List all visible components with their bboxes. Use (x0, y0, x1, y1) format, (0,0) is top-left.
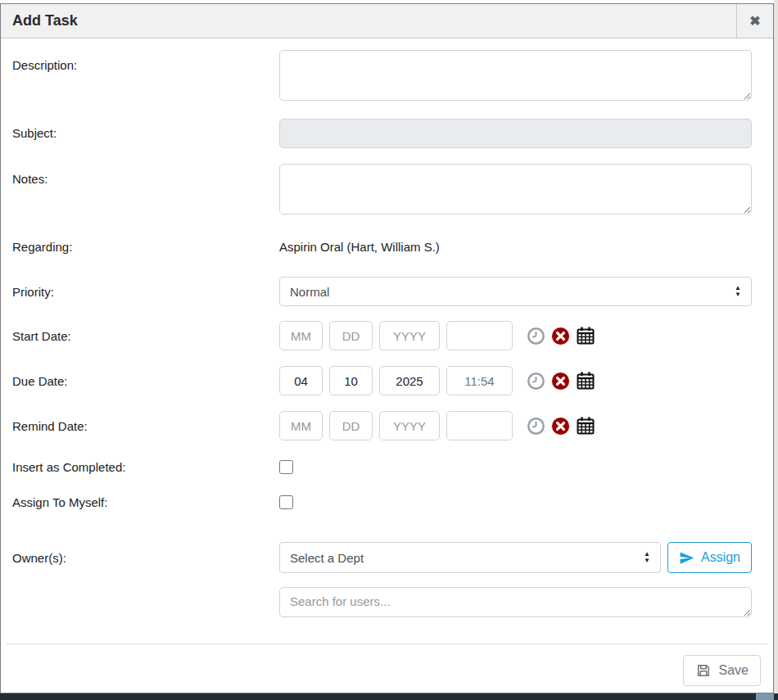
subject-label: Subject: (12, 119, 279, 148)
clock-icon (527, 417, 545, 436)
due-date-time-input[interactable] (446, 366, 513, 395)
description-label: Description: (12, 50, 279, 104)
subject-row: Subject: (1, 119, 773, 148)
close-button[interactable]: ✖ (736, 4, 773, 38)
start-date-day-input[interactable] (329, 321, 373, 350)
due-date-time-picker-button[interactable] (527, 372, 545, 391)
assign-myself-row: Assign To Myself: (1, 495, 773, 509)
notes-row: Notes: (1, 164, 773, 218)
dialog-header: Add Task ✖ (1, 4, 773, 38)
start-date-month-input[interactable] (279, 321, 323, 350)
user-search-input[interactable] (279, 587, 752, 617)
assign-myself-label: Assign To Myself: (12, 495, 279, 509)
dialog-footer: Save (7, 644, 767, 693)
description-row: Description: (1, 50, 773, 104)
page-background: Add Task ✖ Description: Subject: (0, 0, 778, 700)
start-date-year-input[interactable] (379, 321, 440, 350)
dialog-title: Add Task (1, 12, 78, 29)
remind-date-time-input[interactable] (446, 411, 513, 440)
due-date-calendar-button[interactable] (576, 371, 595, 391)
department-selected-value: Select a Dept (290, 551, 364, 565)
insert-completed-checkbox[interactable] (279, 460, 293, 474)
add-task-dialog: Add Task ✖ Description: Subject: (0, 3, 774, 693)
assign-button[interactable]: Assign (667, 542, 752, 573)
due-date-clear-button[interactable] (551, 372, 570, 391)
dialog-body: Description: Subject: Notes: (1, 38, 773, 644)
remind-date-label: Remind Date: (12, 419, 279, 433)
regarding-row: Regarding: Aspirin Oral (Hart, William S… (1, 240, 773, 254)
remind-date-row: Remind Date: (1, 411, 773, 440)
department-select[interactable]: Select a Dept (279, 542, 661, 573)
clear-icon (551, 417, 570, 436)
insert-completed-row: Insert as Completed: (1, 460, 773, 474)
user-search-row (1, 587, 773, 621)
subject-input (279, 119, 752, 148)
remind-date-day-input[interactable] (329, 411, 373, 440)
start-date-time-picker-button[interactable] (527, 327, 545, 345)
page-right-edge (774, 0, 778, 700)
assign-myself-checkbox[interactable] (279, 495, 293, 509)
priority-label: Priority: (12, 285, 279, 299)
due-date-month-input[interactable] (279, 366, 323, 395)
save-button[interactable]: Save (683, 655, 761, 686)
regarding-value: Aspirin Oral (Hart, William S.) (279, 240, 440, 254)
due-date-label: Due Date: (12, 374, 279, 388)
start-date-clear-button[interactable] (551, 327, 570, 345)
remind-date-clear-button[interactable] (551, 417, 570, 436)
calendar-icon (576, 416, 595, 436)
send-icon (679, 550, 694, 566)
owners-row: Owner(s): Select a Dept Assign (1, 542, 773, 573)
notes-label: Notes: (12, 164, 279, 218)
start-date-calendar-button[interactable] (576, 326, 595, 345)
save-button-label: Save (719, 663, 749, 678)
start-date-time-input[interactable] (446, 321, 513, 350)
due-date-year-input[interactable] (379, 366, 440, 395)
calendar-icon (576, 371, 595, 391)
priority-row: Priority: Normal (1, 277, 773, 306)
save-icon (695, 662, 712, 679)
user-search-spacer (12, 587, 279, 621)
clear-icon (551, 372, 570, 391)
regarding-label: Regarding: (12, 240, 279, 254)
close-icon: ✖ (749, 13, 760, 29)
remind-date-year-input[interactable] (379, 411, 440, 440)
description-input[interactable] (279, 50, 752, 101)
remind-date-month-input[interactable] (279, 411, 323, 440)
priority-selected-value: Normal (290, 285, 329, 299)
remind-date-time-picker-button[interactable] (527, 417, 545, 436)
owners-label: Owner(s): (12, 551, 279, 565)
calendar-icon (576, 326, 595, 345)
notes-input[interactable] (279, 164, 752, 215)
start-date-row: Start Date: (1, 321, 773, 350)
due-date-row: Due Date: (1, 366, 773, 395)
due-date-day-input[interactable] (329, 366, 373, 395)
start-date-label: Start Date: (12, 329, 279, 343)
insert-completed-label: Insert as Completed: (12, 460, 279, 474)
clear-icon (551, 327, 570, 345)
page-bottom-bar-accent (756, 693, 774, 700)
clock-icon (527, 327, 545, 345)
assign-button-label: Assign (701, 550, 740, 565)
priority-select[interactable]: Normal (279, 277, 752, 306)
select-arrows-icon (735, 285, 741, 298)
remind-date-calendar-button[interactable] (576, 416, 595, 436)
select-arrows-icon (644, 551, 650, 564)
clock-icon (527, 372, 545, 391)
page-bottom-bar (0, 693, 778, 700)
